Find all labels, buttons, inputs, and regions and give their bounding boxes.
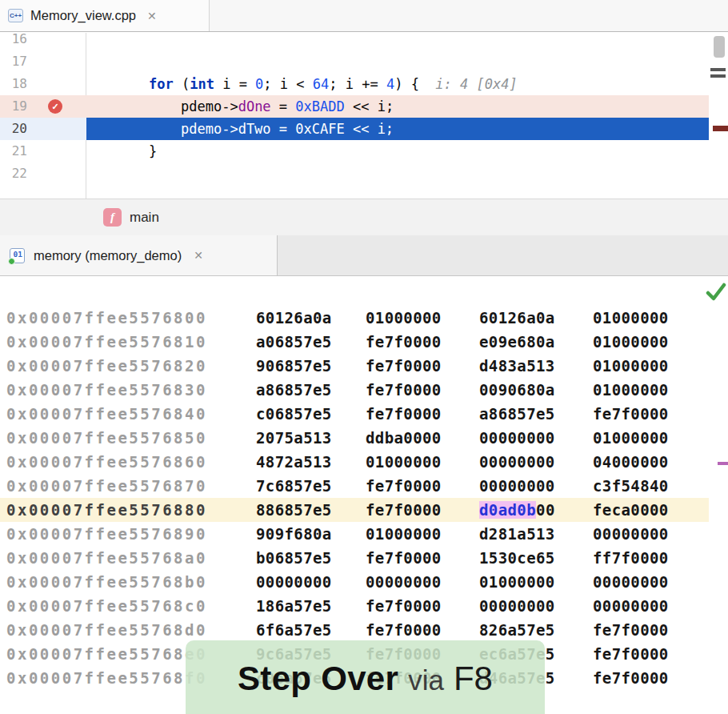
memory-value[interactable]: 01000000 xyxy=(366,306,442,330)
memory-value[interactable]: 7c6857e5 xyxy=(256,474,332,498)
stripe-changed-value-mark[interactable] xyxy=(718,462,728,465)
editor-gutter[interactable]: 18 xyxy=(0,73,86,95)
memory-row[interactable]: 0x00007ffee5576830a86857e5fe7f0000009068… xyxy=(0,378,709,402)
memory-value[interactable]: 04000000 xyxy=(593,450,669,474)
memory-value[interactable]: 60126a0a xyxy=(256,306,332,330)
editor-gutter[interactable]: 20 xyxy=(0,118,86,140)
memory-value[interactable]: 906857e5 xyxy=(256,354,332,378)
memory-value[interactable]: 01000000 xyxy=(593,330,669,354)
frame-function-name[interactable]: main xyxy=(130,210,159,226)
memory-value[interactable]: 0090680a xyxy=(479,378,555,402)
memory-row[interactable]: 0x00007ffee557680060126a0a0100000060126a… xyxy=(0,306,709,330)
stripe-mark-line[interactable] xyxy=(710,68,726,71)
memory-value[interactable]: 01000000 xyxy=(593,378,669,402)
editor-tab-memory-view-cpp[interactable]: C++ Memory_view.cpp ✕ xyxy=(0,0,210,31)
code-text[interactable]: } xyxy=(86,140,709,162)
memory-value[interactable]: fe7f0000 xyxy=(366,402,442,426)
memory-value[interactable]: fe7f0000 xyxy=(366,330,442,354)
memory-value[interactable]: d0ad0b00 xyxy=(479,498,555,522)
memory-value[interactable]: 826a57e5 xyxy=(479,618,555,642)
code-text[interactable] xyxy=(86,162,709,185)
memory-value[interactable]: 01000000 xyxy=(366,522,442,546)
memory-value[interactable]: d483a513 xyxy=(479,354,555,378)
code-text[interactable]: for (int i = 0; i < 64; i += 4) { i: 4 [… xyxy=(86,73,709,95)
close-icon[interactable]: ✕ xyxy=(147,10,157,22)
code-line-20[interactable]: 20pdemo->dTwo = 0xCAFE << i; xyxy=(0,118,709,140)
memory-value[interactable]: 909f680a xyxy=(256,522,332,546)
memory-value[interactable]: 00000000 xyxy=(479,450,555,474)
memory-row[interactable]: 0x00007ffee55768502075a513ddba0000000000… xyxy=(0,426,709,450)
memory-row[interactable]: 0x00007ffee5576810a06857e5fe7f0000e09e68… xyxy=(0,330,709,354)
code-text[interactable] xyxy=(86,50,709,73)
memory-value[interactable]: 00000000 xyxy=(479,474,555,498)
editor-gutter[interactable]: 16 xyxy=(0,33,86,50)
editor-gutter[interactable]: 21 xyxy=(0,140,86,162)
memory-row[interactable]: 0x00007ffee5576820906857e5fe7f0000d483a5… xyxy=(0,354,709,378)
close-icon[interactable]: ✕ xyxy=(194,249,203,262)
scrollbar-thumb[interactable] xyxy=(714,36,725,58)
memory-value[interactable]: 01000000 xyxy=(593,306,669,330)
memory-value[interactable]: 01000000 xyxy=(366,450,442,474)
code-line-21[interactable]: 21} xyxy=(0,140,709,162)
memory-value[interactable]: fe7f0000 xyxy=(593,402,669,426)
memory-value[interactable]: ddba0000 xyxy=(366,426,442,450)
memory-row[interactable]: 0x00007ffee5576880886857e5fe7f0000d0ad0b… xyxy=(0,498,709,522)
memory-value[interactable]: 00000000 xyxy=(479,426,555,450)
code-line-22[interactable]: 22 xyxy=(0,162,709,185)
memory-value[interactable]: b06857e5 xyxy=(256,546,332,570)
memory-value[interactable]: 00000000 xyxy=(593,570,669,594)
memory-value[interactable]: 01000000 xyxy=(593,426,669,450)
breakpoint-icon[interactable]: ✓ xyxy=(48,99,62,114)
memory-value[interactable]: 886857e5 xyxy=(256,498,332,522)
memory-value[interactable]: fe7f0000 xyxy=(593,666,669,690)
memory-row[interactable]: 0x00007ffee55768d06f6a57e5fe7f0000826a57… xyxy=(0,618,709,642)
memory-value[interactable]: c06857e5 xyxy=(256,402,332,426)
memory-value[interactable]: e09e680a xyxy=(479,330,555,354)
stripe-execution-mark[interactable] xyxy=(713,126,728,131)
code-text[interactable]: pdemo->dOne = 0xBADD << i; xyxy=(86,95,709,118)
memory-value[interactable]: 6f6a57e5 xyxy=(256,618,332,642)
code-line-17[interactable]: 17 xyxy=(0,50,709,73)
code-editor[interactable]: 161718for (int i = 0; i < 64; i += 4) { … xyxy=(0,33,728,199)
memory-value[interactable]: fe7f0000 xyxy=(593,642,669,666)
code-line-19[interactable]: 19✓pdemo->dOne = 0xBADD << i; xyxy=(0,95,709,118)
changed-bytes[interactable]: d0ad0b xyxy=(479,501,536,519)
memory-value[interactable]: 00000000 xyxy=(479,594,555,618)
memory-row[interactable]: 0x00007ffee55768c0186a57e5fe7f0000000000… xyxy=(0,594,709,618)
memory-row[interactable]: 0x00007ffee55768a0b06857e5fe7f00001530ce… xyxy=(0,546,709,570)
memory-value[interactable]: a86857e5 xyxy=(256,378,332,402)
memory-value[interactable]: 00000000 xyxy=(256,570,332,594)
memory-value[interactable]: 00000000 xyxy=(593,594,669,618)
memory-value[interactable]: 00000000 xyxy=(593,522,669,546)
memory-value[interactable]: feca0000 xyxy=(593,498,669,522)
memory-row[interactable]: 0x00007ffee55768b00000000000000000010000… xyxy=(0,570,709,594)
memory-value[interactable]: fe7f0000 xyxy=(366,474,442,498)
memory-value[interactable]: fe7f0000 xyxy=(366,618,442,642)
memory-row[interactable]: 0x00007ffee5576840c06857e5fe7f0000a86857… xyxy=(0,402,709,426)
memory-value[interactable]: fe7f0000 xyxy=(366,546,442,570)
editor-gutter[interactable]: 17 xyxy=(0,50,86,73)
memory-value[interactable]: fe7f0000 xyxy=(366,594,442,618)
memory-value[interactable]: ff7f0000 xyxy=(593,546,669,570)
memory-value[interactable]: 01000000 xyxy=(593,354,669,378)
memory-row[interactable]: 0x00007ffee5576890909f680a01000000d281a5… xyxy=(0,522,709,546)
memory-tab[interactable]: 01 memory (memory_demo) ✕ xyxy=(0,235,278,275)
memory-row[interactable]: 0x00007ffee55768604872a51301000000000000… xyxy=(0,450,709,474)
memory-value[interactable]: fe7f0000 xyxy=(366,354,442,378)
memory-value[interactable]: a86857e5 xyxy=(479,402,555,426)
memory-value[interactable]: 4872a513 xyxy=(256,450,332,474)
code-text[interactable] xyxy=(86,33,709,50)
code-text[interactable]: pdemo->dTwo = 0xCAFE << i; xyxy=(86,118,709,140)
memory-value[interactable]: fe7f0000 xyxy=(366,498,442,522)
memory-value[interactable]: fe7f0000 xyxy=(366,378,442,402)
memory-value[interactable]: a06857e5 xyxy=(256,330,332,354)
memory-row[interactable]: 0x00007ffee55768707c6857e5fe7f0000000000… xyxy=(0,474,709,498)
editor-gutter[interactable]: 22 xyxy=(0,162,86,185)
code-line-16[interactable]: 16 xyxy=(0,33,709,50)
memory-value[interactable]: 2075a513 xyxy=(256,426,332,450)
stripe-mark-line[interactable] xyxy=(710,74,726,78)
code-line-18[interactable]: 18for (int i = 0; i < 64; i += 4) { i: 4… xyxy=(0,73,709,95)
memory-value[interactable]: 186a57e5 xyxy=(256,594,332,618)
memory-value[interactable]: 1530ce65 xyxy=(479,546,555,570)
memory-value[interactable]: 60126a0a xyxy=(479,306,555,330)
